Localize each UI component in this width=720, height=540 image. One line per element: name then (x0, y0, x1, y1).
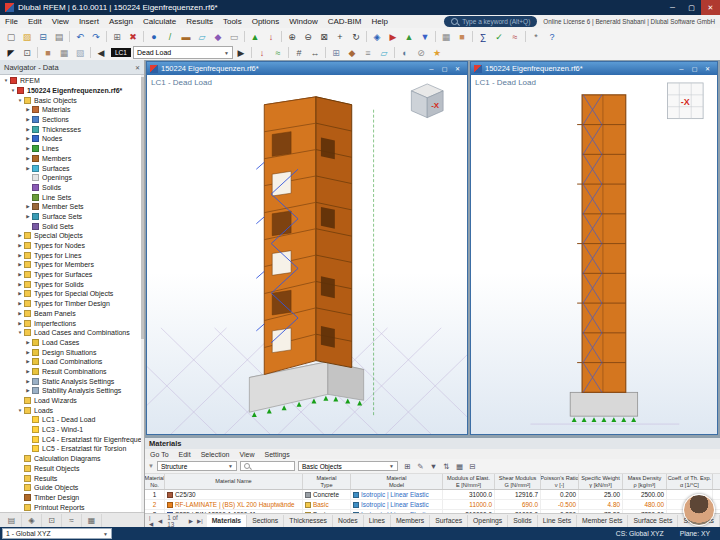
viewport-close-button[interactable]: ✕ (701, 65, 714, 72)
toolbar-icon[interactable] (288, 47, 289, 58)
tree-item[interactable]: Printout Reports (0, 502, 144, 512)
toolbar-icon[interactable]: ? (544, 30, 560, 44)
toolbar-icon[interactable]: ◤ (3, 46, 19, 60)
toolbar-icon[interactable] (366, 31, 367, 42)
toolbar-icon[interactable]: ↓ (254, 46, 270, 60)
toolbar-icon[interactable]: ▲ (247, 30, 263, 44)
cell-mass-density[interactable]: 480.00 (623, 500, 667, 509)
toolbar-icon[interactable]: ■ (40, 46, 56, 60)
tree-item[interactable]: ▶ Materials (0, 105, 144, 115)
menu-item[interactable]: Results (181, 17, 218, 26)
cell-material-no[interactable]: 2 (145, 500, 165, 509)
toolbar-icon[interactable] (90, 47, 91, 58)
tree-item[interactable]: ▶ Thicknesses (0, 124, 144, 134)
toolbar-icon[interactable] (281, 31, 282, 42)
tree-item[interactable]: ▶ Special Objects (0, 231, 144, 241)
table-toolbar-icon[interactable]: ⊞ (401, 462, 414, 471)
toolbar-icon[interactable]: ▦ (438, 30, 454, 44)
column-header[interactable]: Mass Density ρ [kg/m³] (623, 474, 667, 489)
expander-icon[interactable]: ▶ (24, 350, 32, 355)
expander-icon[interactable]: ▼ (16, 408, 24, 413)
menu-item[interactable]: Window (284, 17, 322, 26)
navigator-tab[interactable]: ▦ (82, 514, 102, 527)
menu-item[interactable]: CAD-BIM (323, 17, 367, 26)
cell-material-type[interactable]: Concrete (303, 490, 351, 499)
toolbar-icon[interactable]: ▶ (233, 46, 249, 60)
column-header[interactable]: Material Name (165, 474, 303, 489)
expander-icon[interactable]: ▼ (16, 98, 24, 103)
expander-icon[interactable]: ▶ (16, 243, 24, 248)
expander-icon[interactable]: ▶ (24, 156, 32, 161)
table-tab[interactable]: Member Sets (577, 515, 628, 527)
tree-item[interactable]: ▶ Types for Solids (0, 279, 144, 289)
viewport-canvas-front[interactable]: LC1 - Dead Load (471, 75, 717, 434)
table-row[interactable]: 1 C25/30 Concrete Isotropic | Linear Ela… (145, 490, 720, 500)
menu-item[interactable]: Tools (218, 17, 247, 26)
tree-item[interactable]: Result Objects (0, 464, 144, 474)
toolbar-icon[interactable]: ⊟ (35, 30, 51, 44)
tree-item[interactable]: ▼ 150224 Eigenfrequenzen.rf6* (0, 86, 144, 96)
table-row[interactable]: 2 RF-LAMINATE | (BS) XL 200 Hauptwände B… (145, 500, 720, 510)
navigator-tab[interactable]: ≈ (62, 514, 82, 527)
cell-material-model[interactable]: Isotropic | Linear Elastic (351, 490, 443, 499)
materials-menu-item[interactable]: Settings (259, 451, 294, 458)
tree-item[interactable]: ▶ Types for Special Objects (0, 289, 144, 299)
column-header[interactable]: Material Model (351, 474, 443, 489)
cell-shear-modulus[interactable]: 690.0 (495, 500, 541, 509)
materials-menu-item[interactable]: View (234, 451, 259, 458)
viewport-maximize-button[interactable]: ▢ (438, 65, 451, 72)
tree-item[interactable]: ▶ Design Situations (0, 347, 144, 357)
navigator-tab[interactable]: ▤ (2, 514, 22, 527)
toolbar-icon[interactable]: ▼ (417, 30, 433, 44)
table-toolbar-icon[interactable]: ▦ (453, 462, 466, 471)
viewport-minimize-button[interactable]: ─ (425, 66, 438, 72)
viewport-canvas-3d[interactable]: LC1 - Dead Load (147, 75, 467, 434)
toolbar-icon[interactable] (69, 31, 70, 42)
toolbar-icon[interactable] (525, 31, 526, 42)
toolbar-icon[interactable] (143, 31, 144, 42)
tree-item[interactable]: ▶ Member Sets (0, 202, 144, 212)
toolbar-icon[interactable]: ● (146, 30, 162, 44)
tree-item[interactable]: ▶ Static Analysis Settings (0, 376, 144, 386)
toolbar-icon[interactable]: ▱ (194, 30, 210, 44)
last-page-button[interactable]: ▶| (196, 518, 204, 524)
toolbar-icon[interactable]: ◆ (210, 30, 226, 44)
tree-item[interactable]: Timber Design (0, 493, 144, 503)
expander-icon[interactable]: ▶ (16, 262, 24, 267)
cell-specific-weight[interactable]: 4.80 (579, 500, 623, 509)
tree-item[interactable]: ▶ Types for Nodes (0, 241, 144, 251)
table-tab[interactable]: Solids (508, 515, 538, 527)
expander-icon[interactable]: ▼ (9, 88, 17, 93)
cell-material-name[interactable]: RF-LAMINATE | (BS) XL 200 Hauptwände (165, 500, 303, 509)
toolbar-icon[interactable]: ⊞ (328, 46, 344, 60)
cell-material-name[interactable]: C25/30 (165, 490, 303, 499)
tree-item[interactable]: ▶ Members (0, 154, 144, 164)
expander-icon[interactable]: ▶ (24, 369, 32, 374)
menu-item[interactable]: Insert (74, 17, 104, 26)
toolbar-icon[interactable] (325, 47, 326, 58)
menu-item[interactable]: Edit (23, 17, 47, 26)
materials-menu-item[interactable]: Selection (196, 451, 235, 458)
tree-item[interactable]: LC4 - Ersatzlast für Eigenfrequenz (0, 434, 144, 444)
user-avatar[interactable] (683, 494, 715, 526)
toolbar-icon[interactable]: ≈ (270, 46, 286, 60)
next-page-button[interactable]: ▶ (188, 518, 194, 524)
toolbar-icon[interactable]: * (528, 30, 544, 44)
toolbar-icon[interactable]: ⊠ (316, 30, 332, 44)
expander-icon[interactable]: ▶ (24, 340, 32, 345)
toolbar-icon[interactable]: ▤ (51, 30, 67, 44)
navigator-tab[interactable]: ◈ (22, 514, 42, 527)
menu-item[interactable]: Options (247, 17, 285, 26)
tree-item[interactable]: ▼ Basic Objects (0, 95, 144, 105)
toolbar-icon[interactable]: ⊞ (109, 30, 125, 44)
cell-specific-weight[interactable]: 25.00 (579, 490, 623, 499)
toolbar-icon[interactable] (435, 31, 436, 42)
toolbar-icon[interactable]: ≈ (507, 30, 523, 44)
toolbar-icon[interactable]: ▱ (376, 46, 392, 60)
tree-item[interactable]: ▶ Result Combinations (0, 367, 144, 377)
tree-item[interactable]: LC3 - Wind-1 (0, 425, 144, 435)
objects-combo[interactable]: Basic Objects ▼ (298, 461, 398, 471)
expander-icon[interactable]: ▶ (24, 214, 32, 219)
tree-item[interactable]: Load Wizards (0, 396, 144, 406)
table-search-input[interactable] (240, 461, 295, 471)
